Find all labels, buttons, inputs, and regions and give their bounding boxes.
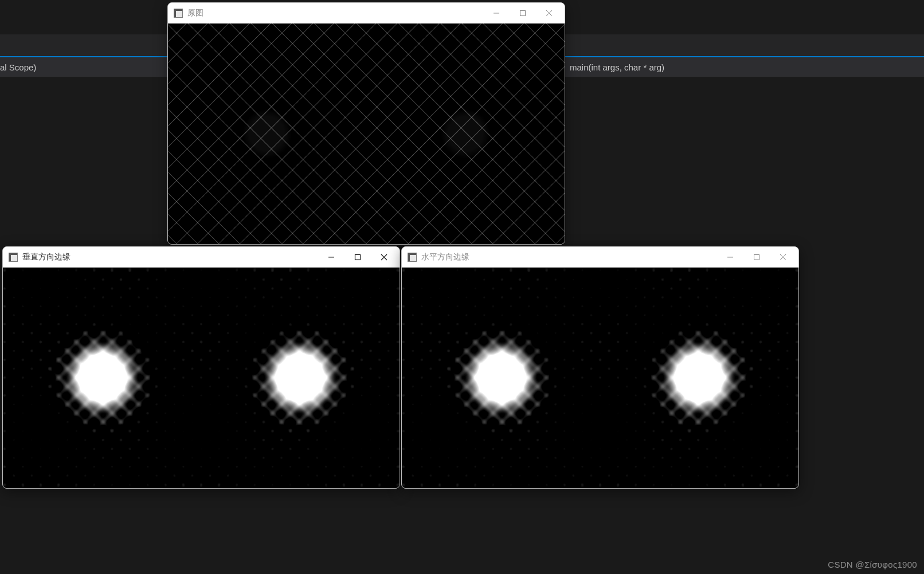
app-icon <box>408 253 417 262</box>
svg-rect-1 <box>520 11 526 16</box>
window-vertical-edges[interactable]: 垂直方向边缘 <box>2 246 400 489</box>
maximize-button[interactable] <box>510 4 536 22</box>
horizontal-edge-image <box>402 268 798 488</box>
image-viewport <box>402 268 798 488</box>
titlebar[interactable]: 原图 <box>168 3 565 23</box>
minimize-button[interactable] <box>483 4 510 22</box>
close-button[interactable] <box>770 248 796 266</box>
breadcrumb-scope: al Scope) <box>0 62 36 72</box>
close-button[interactable] <box>371 248 397 266</box>
window-title: 垂直方向边缘 <box>22 252 318 262</box>
close-button[interactable] <box>536 4 562 22</box>
original-image <box>168 23 565 244</box>
svg-rect-9 <box>754 255 759 260</box>
breadcrumb-function: main(int args, char * arg) <box>570 62 664 72</box>
minimize-button[interactable] <box>318 248 344 266</box>
window-title: 原图 <box>187 8 483 18</box>
image-viewport <box>168 23 565 244</box>
minimize-button[interactable] <box>717 248 743 266</box>
svg-rect-5 <box>355 255 361 260</box>
vertical-edge-image <box>3 268 400 488</box>
window-original[interactable]: 原图 <box>167 2 565 245</box>
app-icon <box>174 9 183 18</box>
window-title: 水平方向边缘 <box>421 252 717 262</box>
titlebar[interactable]: 垂直方向边缘 <box>3 247 400 268</box>
image-viewport <box>3 268 400 488</box>
watermark: CSDN @Σίσυφος1900 <box>828 560 917 569</box>
titlebar[interactable]: 水平方向边缘 <box>402 247 798 268</box>
app-icon <box>9 253 18 262</box>
maximize-button[interactable] <box>344 248 371 266</box>
maximize-button[interactable] <box>743 248 770 266</box>
window-horizontal-edges[interactable]: 水平方向边缘 <box>401 246 799 489</box>
